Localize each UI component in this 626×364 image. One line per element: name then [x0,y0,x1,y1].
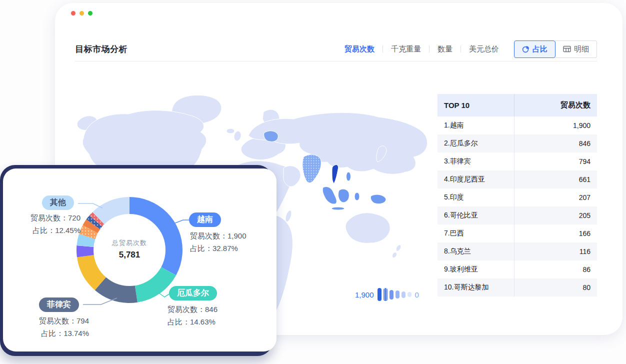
metric-tabs: 贸易次数 千克重量 数量 美元总价 占比 [344,40,597,58]
map-sulawesi-highlight [354,192,360,200]
callout-pill-philippines: 菲律宾 [39,298,79,312]
map-vietnam-highlight [332,164,338,184]
row-value: 80 [514,278,597,296]
map-philippines-highlight [346,172,351,181]
table-row: 8.乌克兰116 [438,242,597,260]
callout-pill-vietnam: 越南 [189,212,221,227]
scale-bars [378,288,412,301]
map-australia [346,213,390,244]
table-row: 6.哥伦比亚205 [438,206,597,224]
row-value: 207 [514,188,597,206]
row-country: 1.越南 [438,121,514,130]
row-value: 794 [514,152,597,170]
row-value: 116 [514,242,597,260]
map-iceland [226,128,234,134]
row-country: 6.哥伦比亚 [438,211,514,220]
tab-trade-count[interactable]: 贸易次数 [344,44,374,54]
row-country: 2.厄瓜多尔 [438,139,514,148]
row-value: 86 [514,260,597,278]
stat-trade-count: 贸易次数：720 [6,212,80,224]
toolbar: 目标市场分析 贸易次数 千克重量 数量 美元总价 占比 [75,38,597,60]
callout-stats-other: 贸易次数：720 占比：12.45% [6,212,80,236]
window-controls [71,11,92,16]
tab-kg-weight[interactable]: 千克重量 [391,44,421,54]
callout-pill-ecuador: 厄瓜多尔 [169,286,217,300]
row-country: 5.印度 [438,193,514,202]
detail-view-label: 明细 [574,44,589,54]
table-row: 2.厄瓜多尔846 [438,134,597,152]
row-country: 10.哥斯达黎加 [438,283,514,292]
stat-trade-count: 贸易次数：794 [13,314,89,327]
header-trade-count: 贸易次数 [514,94,597,116]
detail-view-button[interactable]: 明细 [556,40,597,58]
table-row: 5.印度207 [438,188,597,206]
map-ukraine-highlight [264,131,278,142]
scale-bar [384,288,388,301]
table-icon [563,46,571,52]
row-country: 4.印度尼西亚 [438,175,514,184]
header-divider [75,61,597,62]
table-row: 10.哥斯达黎加80 [438,278,597,296]
row-value: 661 [514,170,597,188]
row-country: 7.巴西 [438,229,514,238]
callout-line-vietnam [174,220,190,224]
maximize-window-icon[interactable] [88,11,92,16]
map-madagascar [284,210,293,222]
map-borneo-highlight [338,189,349,202]
row-country: 8.乌克兰 [438,247,514,256]
table-row: 9.玻利维亚86 [438,260,597,278]
donut-center-label: 总贸易次数 5,781 [90,238,170,260]
stat-percentage: 占比：12.45% [6,224,80,236]
scale-max-value: 1,900 [355,290,374,299]
row-value: 166 [514,224,597,242]
map-middle-east [284,166,300,186]
header-top10: TOP 10 [438,101,514,110]
tab-separator [460,46,461,52]
row-value: 846 [514,134,597,152]
total-value: 5,781 [90,250,170,260]
scale-min-value: 0 [415,290,419,299]
scale-bar [408,292,412,297]
row-country: 9.玻利维亚 [438,265,514,274]
scale-bar [390,290,394,300]
scale-bar [402,292,406,298]
proportion-view-button[interactable]: 占比 [514,40,556,58]
row-value: 205 [514,206,597,224]
top10-table: TOP 10 贸易次数 1.越南1,9002.厄瓜多尔8463.菲律宾7944.… [438,94,597,296]
table-row: 3.菲律宾794 [438,152,597,170]
stat-percentage: 占比：14.63% [168,316,218,328]
stat-percentage: 占比：32.87% [190,242,246,254]
map-new-zealand [392,252,398,258]
stat-trade-count: 贸易次数：846 [168,303,218,316]
minimize-window-icon[interactable] [80,11,84,16]
tab-separator [429,46,430,52]
callout-line-ecuador [159,293,170,297]
tab-quantity[interactable]: 数量 [438,44,452,54]
map-new-guinea-highlight [370,194,386,204]
row-country: 3.菲律宾 [438,157,514,166]
pie-chart-icon [522,46,530,53]
map-java-highlight [332,207,344,210]
stat-trade-count: 贸易次数：1,900 [190,230,246,242]
scale-bar [378,288,382,301]
map-new-zealand [395,244,402,252]
top10-table-body: 1.越南1,9002.厄瓜多尔8463.菲律宾7944.印度尼西亚6615.印度… [438,116,597,296]
donut-chart-card: 总贸易次数 5,781 其他 贸易次数：720 占比：12.45% 越南 贸易次… [3,168,276,352]
stat-percentage: 占比：13.74% [13,327,89,340]
proportion-view-label: 占比 [532,44,548,54]
view-switcher: 占比 明细 [514,40,597,58]
total-label: 总贸易次数 [90,238,170,248]
callout-pill-other: 其他 [42,196,74,210]
map-malaysia-highlight [322,186,336,204]
table-header-row: TOP 10 贸易次数 [438,94,597,116]
map-color-scale: 1,900 0 [355,286,419,304]
tab-usd-total[interactable]: 美元总价 [469,44,499,54]
page-title: 目标市场分析 [75,44,128,55]
table-row: 4.印度尼西亚661 [438,170,597,188]
tab-separator [382,46,383,52]
scale-bar [396,290,400,298]
callout-stats-vietnam: 贸易次数：1,900 占比：32.87% [190,230,246,254]
page-background: 目标市场分析 贸易次数 千克重量 数量 美元总价 占比 [0,0,626,364]
callout-stats-philippines: 贸易次数：794 占比：13.74% [13,314,89,340]
close-window-icon[interactable] [71,11,76,16]
